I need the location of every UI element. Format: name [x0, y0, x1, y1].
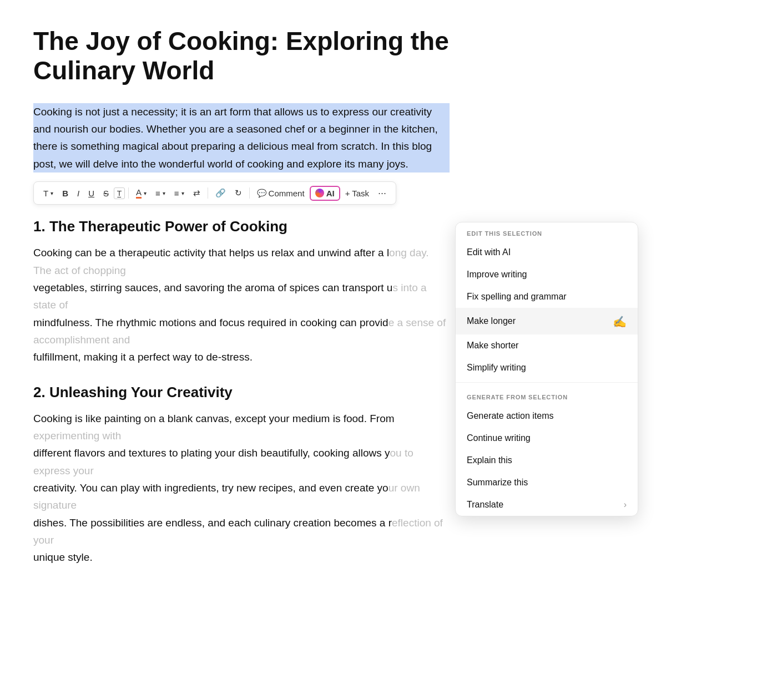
comment-icon: 💬: [257, 189, 266, 197]
ai-button[interactable]: AI: [310, 186, 340, 201]
edit-with-ai-item[interactable]: Edit with AI: [456, 241, 638, 263]
list-chevron: ▾: [181, 190, 184, 196]
align-button[interactable]: ≡ ▾: [152, 186, 169, 200]
list-button[interactable]: ≡ ▾: [170, 186, 188, 200]
edit-section-label: EDIT THIS SELECTION: [456, 222, 638, 241]
highlight-button[interactable]: T̲: [114, 187, 125, 199]
undo-icon: ↻: [235, 188, 242, 198]
improve-writing-label: Improve writing: [467, 270, 527, 280]
more-icon: ⋯: [378, 188, 386, 198]
section-1-text: Cooking can be a therapeutic activity th…: [33, 244, 450, 366]
list-icon: ≡: [174, 189, 179, 198]
task-label: + Task: [345, 189, 370, 198]
make-longer-label: Make longer: [467, 316, 516, 326]
continue-writing-item[interactable]: Continue writing: [456, 427, 638, 449]
section-2-text-line3: creativity. You can play with ingredient…: [33, 479, 450, 514]
link-icon: 🔗: [215, 188, 226, 198]
section-1-text-content: Cooking can be a therapeutic activity th…: [33, 244, 450, 279]
generate-action-items-item[interactable]: Generate action items: [456, 405, 638, 427]
section-1-text-line2: vegetables, stirring sauces, and savorin…: [33, 279, 450, 314]
generate-action-items-label: Generate action items: [467, 411, 554, 421]
text-format-button[interactable]: T ▾: [39, 186, 57, 200]
section-2-heading: 2. Unleashing Your Creativity: [33, 384, 450, 401]
make-longer-item[interactable]: Make longer ✍: [456, 308, 638, 334]
section-1-text-line3: mindfulness. The rhythmic motions and fo…: [33, 314, 450, 349]
dropdown-separator: [456, 382, 638, 383]
section-2-text-line1: Cooking is like painting on a blank canv…: [33, 410, 450, 445]
align-chevron: ▾: [163, 190, 165, 196]
toolbar-divider-3: [249, 187, 250, 199]
italic-button[interactable]: I: [73, 186, 83, 200]
toolbar-divider-2: [208, 187, 208, 199]
indent-button[interactable]: ⇄: [189, 186, 204, 200]
summarize-this-label: Summarize this: [467, 478, 528, 488]
improve-writing-item[interactable]: Improve writing: [456, 263, 638, 286]
fix-spelling-item[interactable]: Fix spelling and grammar: [456, 286, 638, 308]
make-shorter-item[interactable]: Make shorter: [456, 334, 638, 357]
simplify-writing-item[interactable]: Simplify writing: [456, 357, 638, 379]
font-color-chevron: ▾: [144, 190, 147, 196]
generate-section-label: GENERATE FROM SELECTION: [456, 386, 638, 405]
continue-writing-label: Continue writing: [467, 433, 531, 443]
simplify-writing-label: Simplify writing: [467, 363, 526, 373]
section-2-text: Cooking is like painting on a blank canv…: [33, 410, 450, 566]
text-format-chevron: ▾: [51, 190, 53, 196]
underline-button[interactable]: U: [84, 186, 98, 200]
ai-label: AI: [326, 189, 335, 198]
fix-spelling-label: Fix spelling and grammar: [467, 292, 567, 302]
edit-with-ai-label: Edit with AI: [467, 247, 511, 257]
comment-button[interactable]: 💬 Comment: [253, 186, 309, 200]
task-button[interactable]: + Task: [341, 186, 374, 200]
section-2-text-line2: different flavors and textures to platin…: [33, 444, 450, 479]
strikethrough-button[interactable]: S: [99, 186, 113, 200]
indent-icon: ⇄: [193, 188, 200, 198]
text-format-label: T: [43, 189, 48, 198]
section-1-text-line4: fulfillment, making it a perfect way to …: [33, 348, 450, 366]
align-icon: ≡: [155, 189, 160, 198]
section-2-text-line5: unique style.: [33, 549, 450, 566]
bold-button[interactable]: B: [58, 186, 72, 200]
section-2-number: 2.: [33, 384, 49, 400]
translate-chevron-right: ›: [624, 500, 627, 510]
section-1-number: 1.: [33, 218, 49, 235]
selected-paragraph: Cooking is not just a necessity; it is a…: [33, 103, 450, 173]
explain-this-label: Explain this: [467, 455, 512, 465]
comment-label: Comment: [269, 189, 305, 198]
font-color-label: A: [136, 187, 142, 199]
editor-area: The Joy of Cooking: Exploring the Culina…: [0, 0, 483, 606]
translate-label: Translate: [467, 500, 503, 510]
explain-this-item[interactable]: Explain this: [456, 449, 638, 471]
section-2-text-line4: dishes. The possibilities are endless, a…: [33, 514, 450, 549]
cursor-indicator: ✍: [613, 315, 627, 328]
ai-icon: [315, 189, 324, 197]
section-1-heading: 1. The Therapeutic Power of Cooking: [33, 218, 450, 235]
font-color-button[interactable]: A ▾: [132, 185, 150, 201]
summarize-this-item[interactable]: Summarize this: [456, 471, 638, 494]
more-button[interactable]: ⋯: [374, 186, 390, 200]
link-button[interactable]: 🔗: [211, 186, 230, 200]
translate-item[interactable]: Translate ›: [456, 494, 638, 516]
undo-button[interactable]: ↻: [231, 186, 246, 200]
toolbar-divider-1: [128, 187, 129, 199]
make-shorter-label: Make shorter: [467, 341, 518, 351]
ai-dropdown-menu: EDIT THIS SELECTION Edit with AI Improve…: [455, 222, 638, 516]
formatting-toolbar: T ▾ B I U S T̲ A ▾ ≡ ▾ ≡ ▾ ⇄ 🔗 ↻: [33, 181, 396, 205]
document-title: The Joy of Cooking: Exploring the Culina…: [33, 27, 450, 85]
